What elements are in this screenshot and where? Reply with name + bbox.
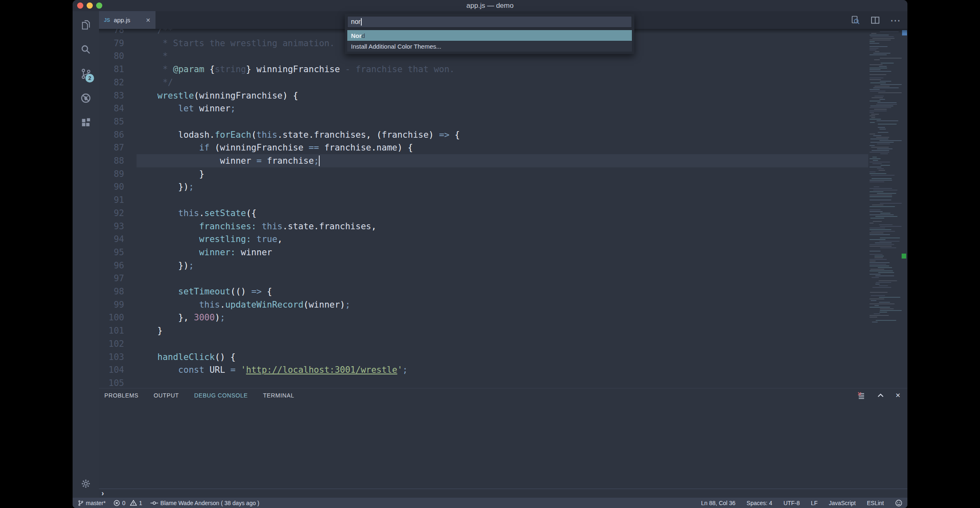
line-number: 81 bbox=[99, 63, 124, 76]
code-line-86[interactable]: 86lodash.forEach(this.state.franchises, … bbox=[99, 128, 907, 141]
code-line-88[interactable]: 88winner = franchise; bbox=[99, 154, 907, 167]
code-line-95[interactable]: 95winner: winner bbox=[99, 246, 907, 259]
commit-icon bbox=[150, 500, 158, 506]
minimize-window-button[interactable] bbox=[87, 2, 93, 9]
traffic-lights bbox=[77, 0, 102, 11]
code-line-96[interactable]: 96}); bbox=[99, 259, 907, 272]
search-icon[interactable] bbox=[77, 40, 95, 59]
open-changes-icon[interactable] bbox=[850, 15, 860, 25]
code-line-98[interactable]: 98setTimeout(() => { bbox=[99, 285, 907, 298]
gitlens-blame-status[interactable]: Blame Wade Anderson ( 38 days ago ) bbox=[150, 500, 259, 506]
panel-header: PROBLEMS OUTPUT DEBUG CONSOLE TERMINAL bbox=[99, 388, 907, 402]
indentation-status[interactable]: Spaces: 4 bbox=[747, 500, 772, 506]
code-text: * @param {string} winningFranchise - fra… bbox=[163, 63, 455, 76]
line-number: 83 bbox=[99, 89, 124, 102]
line-number: 99 bbox=[99, 298, 124, 311]
line-number: 96 bbox=[99, 259, 124, 272]
problems-status[interactable]: 0 1 bbox=[113, 500, 142, 506]
code-line-83[interactable]: 83wrestle(winningFranchise) { bbox=[99, 89, 907, 102]
error-count: 0 bbox=[122, 500, 125, 506]
maximize-panel-icon[interactable] bbox=[876, 391, 885, 400]
line-number: 91 bbox=[99, 193, 124, 207]
code-line-102[interactable]: 102 bbox=[99, 337, 907, 350]
line-number: 84 bbox=[99, 102, 124, 115]
warning-count: 1 bbox=[139, 500, 142, 506]
code-line-101[interactable]: 101} bbox=[99, 324, 907, 337]
code-line-84[interactable]: 84let winner; bbox=[99, 102, 907, 115]
code-line-104[interactable]: 104const URL = 'http://localhost:3001/wr… bbox=[99, 363, 907, 376]
branch-label: master* bbox=[86, 500, 106, 506]
code-line-91[interactable]: 91 bbox=[99, 193, 907, 207]
code-text: this.updateWinRecord(winner); bbox=[199, 298, 351, 311]
more-actions-icon[interactable]: ⋯ bbox=[890, 16, 901, 24]
git-branch-status[interactable]: master* bbox=[78, 499, 106, 507]
error-icon bbox=[113, 500, 120, 506]
code-line-100[interactable]: 100}, 3000); bbox=[99, 311, 907, 324]
minimap[interactable] bbox=[868, 29, 902, 388]
eol-status[interactable]: LF bbox=[811, 500, 817, 506]
tab-output[interactable]: OUTPUT bbox=[154, 392, 179, 399]
quick-open-widget: nor Nord Install Additional Color Themes… bbox=[345, 14, 634, 54]
code-line-81[interactable]: 81* @param {string} winningFranchise - f… bbox=[99, 63, 907, 76]
rest-text: d bbox=[362, 32, 365, 39]
code-line-89[interactable]: 89} bbox=[99, 167, 907, 181]
line-number: 95 bbox=[99, 246, 124, 259]
source-control-icon[interactable]: 2 bbox=[77, 65, 95, 83]
line-number: 82 bbox=[99, 76, 124, 89]
line-number: 93 bbox=[99, 220, 124, 233]
debug-icon[interactable] bbox=[77, 89, 95, 107]
extensions-icon[interactable] bbox=[77, 113, 95, 132]
code-text: winner: winner bbox=[199, 246, 272, 259]
zoom-window-button[interactable] bbox=[96, 2, 102, 9]
settings-gear-icon[interactable] bbox=[77, 475, 95, 493]
code-line-94[interactable]: 94wrestling: true, bbox=[99, 233, 907, 246]
language-mode-status[interactable]: JavaScript bbox=[829, 500, 855, 506]
line-number: 102 bbox=[99, 337, 124, 350]
explorer-icon[interactable] bbox=[77, 16, 95, 34]
editor[interactable]: 78/**79* Starts the wrestling animation.… bbox=[99, 29, 907, 388]
panel-actions: ✕ bbox=[857, 391, 901, 400]
quick-open-item-nord[interactable]: Nord bbox=[347, 30, 632, 41]
close-tab-icon[interactable]: ✕ bbox=[146, 17, 151, 24]
code-text: this.setState({ bbox=[178, 207, 257, 220]
code-text: lodash.forEach(this.state.franchises, (f… bbox=[178, 128, 460, 141]
quick-open-item-install-themes[interactable]: Install Additional Color Themes... bbox=[347, 41, 632, 52]
cursor-position-status[interactable]: Ln 88, Col 36 bbox=[701, 500, 735, 506]
eslint-status[interactable]: ESLint bbox=[867, 500, 884, 506]
code-text: if (winningFranchise == franchise.name) … bbox=[199, 141, 413, 154]
code-line-99[interactable]: 99this.updateWinRecord(winner); bbox=[99, 298, 907, 311]
editor-actions: ⋯ bbox=[850, 11, 901, 29]
encoding-status[interactable]: UTF-8 bbox=[783, 500, 800, 506]
line-number: 98 bbox=[99, 285, 124, 298]
line-number: 105 bbox=[99, 376, 124, 388]
code-line-103[interactable]: 103handleClick() { bbox=[99, 350, 907, 364]
line-number: 90 bbox=[99, 180, 124, 193]
tab-terminal[interactable]: TERMINAL bbox=[263, 392, 294, 399]
quick-open-input[interactable]: nor bbox=[347, 16, 632, 28]
code-line-93[interactable]: 93franchises: this.state.franchises, bbox=[99, 220, 907, 233]
tab-problems[interactable]: PROBLEMS bbox=[104, 392, 139, 399]
tab-debug-console[interactable]: DEBUG CONSOLE bbox=[194, 392, 248, 399]
code-line-82[interactable]: 82*/ bbox=[99, 76, 907, 89]
tab-label: app.js bbox=[114, 16, 130, 24]
code-line-90[interactable]: 90}); bbox=[99, 180, 907, 193]
code-line-97[interactable]: 97 bbox=[99, 272, 907, 285]
code-line-105[interactable]: 105 bbox=[99, 376, 907, 388]
blame-label: Blame Wade Anderson ( 38 days ago ) bbox=[160, 500, 259, 506]
code-line-85[interactable]: 85 bbox=[99, 115, 907, 128]
quick-open-query: nor bbox=[351, 18, 360, 26]
close-window-button[interactable] bbox=[77, 2, 83, 9]
close-panel-icon[interactable]: ✕ bbox=[895, 392, 901, 399]
code-text: } bbox=[199, 167, 205, 181]
clear-console-icon[interactable] bbox=[857, 391, 866, 400]
split-editor-icon[interactable] bbox=[870, 15, 880, 25]
debug-console-input[interactable]: › bbox=[99, 489, 907, 498]
code-text: winner = franchise; bbox=[220, 154, 319, 167]
code-line-87[interactable]: 87if (winningFranchise == franchise.name… bbox=[99, 141, 907, 154]
matched-text: Nor bbox=[351, 32, 362, 39]
feedback-smiley-icon[interactable] bbox=[895, 499, 902, 507]
code-text: const URL = 'http://localhost:3001/wrest… bbox=[178, 363, 408, 376]
tab-appjs[interactable]: JS app.js ✕ bbox=[99, 11, 155, 29]
code-text: */ bbox=[163, 76, 173, 89]
code-line-92[interactable]: 92this.setState({ bbox=[99, 207, 907, 220]
